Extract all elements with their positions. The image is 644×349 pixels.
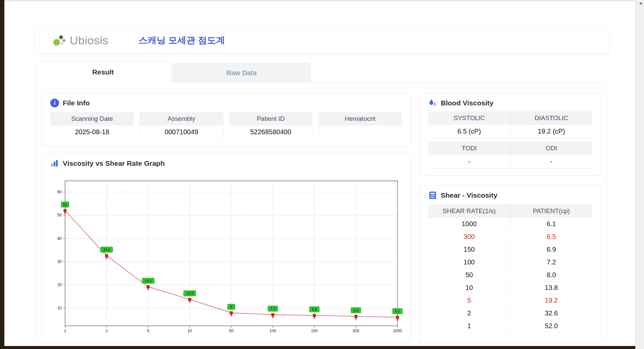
svg-text:19.2: 19.2 <box>145 279 152 283</box>
column-header-patient: PATIENT(cp) <box>511 204 593 218</box>
svg-text:60: 60 <box>57 190 62 194</box>
cell-patient: 13.8 <box>511 282 593 294</box>
bv-value-diastolic: 19.2 (cP) <box>511 125 593 138</box>
field-label: Assembly <box>140 112 223 126</box>
cell-patient: 6.5 <box>511 231 593 243</box>
bv-label-systolic: SYSTOLIC <box>428 111 511 125</box>
cell-shear: 1000 <box>428 218 511 230</box>
bv-value-row: - - <box>428 155 592 168</box>
bv-value-systolic: 6.5 (cP) <box>428 125 511 138</box>
window-edge-bottom <box>0 346 644 349</box>
info-icon: i <box>50 99 59 107</box>
svg-text:100: 100 <box>269 329 276 333</box>
app-header: Ubiosis 스캐닝 모세관 점도계 <box>35 27 610 54</box>
svg-text:30: 30 <box>57 259 62 264</box>
field-label: Scanning Date <box>50 112 134 126</box>
svg-text:1: 1 <box>64 329 66 333</box>
blood-viscosity-grid: SYSTOLIC DIASTOLIC 6.5 (cP) 19.2 (cP) TO… <box>428 111 592 168</box>
svg-text:10: 10 <box>57 306 62 310</box>
tab-result-label: Result <box>92 68 114 76</box>
file-info-title-row: i File Info <box>42 93 411 110</box>
file-info-card: i File Info Scanning Date 2025-08-18 Ass… <box>41 93 411 147</box>
svg-text:40: 40 <box>57 236 62 241</box>
svg-text:10: 10 <box>187 329 192 333</box>
shear-viscosity-table: SHEAR RATE(1/s) PATIENT(cp) 1000 6.1 300… <box>428 204 592 333</box>
cell-shear: 2 <box>428 307 511 319</box>
svg-text:5: 5 <box>147 329 149 333</box>
droplets-icon <box>428 99 437 107</box>
bv-value-row: 6.5 (cP) 19.2 (cP) <box>428 125 592 138</box>
cell-shear: 50 <box>428 269 511 281</box>
bv-value-odi: - <box>511 155 593 168</box>
svg-text:6.5: 6.5 <box>353 308 358 312</box>
cell-shear: 5 <box>428 294 511 307</box>
bv-label-diastolic: DIASTOLIC <box>511 111 593 125</box>
bv-label-odi: ODI <box>511 142 593 155</box>
field-patient-id: Patient ID 52268580400 <box>229 112 313 139</box>
field-value <box>318 126 402 139</box>
content-panel: i File Info Scanning Date 2025-08-18 Ass… <box>35 82 607 343</box>
bv-header-row: SYSTOLIC DIASTOLIC <box>428 111 592 125</box>
tab-result[interactable]: Result <box>35 61 171 83</box>
field-scanning-date: Scanning Date 2025-08-18 <box>50 112 134 139</box>
svg-text:150: 150 <box>311 329 318 333</box>
cell-patient: 19.2 <box>511 294 593 307</box>
table-row: 2 32.6 <box>428 307 592 320</box>
bv-label-todi: TODI <box>428 142 511 155</box>
table-row: 1 52.0 <box>428 320 592 333</box>
file-info-title: File Info <box>63 99 90 107</box>
svg-text:6.9: 6.9 <box>312 307 317 311</box>
table-row: 10 13.8 <box>428 282 592 294</box>
cell-shear: 100 <box>428 256 511 268</box>
svg-text:1000: 1000 <box>393 329 402 333</box>
svg-text:300: 300 <box>353 329 359 333</box>
table-row-highlighted: 5 19.2 <box>428 294 592 307</box>
cell-patient: 6.1 <box>511 218 593 230</box>
blood-viscosity-title-row: Blood Viscosity <box>420 93 601 110</box>
page-title: 스캐닝 모세관 점도계 <box>139 34 225 46</box>
cell-patient: 6.9 <box>511 243 593 256</box>
field-value: 2025-08-18 <box>50 126 134 139</box>
window-edge-top <box>4 0 644 1</box>
scrollbar-strip[interactable] <box>635 0 644 349</box>
table-header-row: SHEAR RATE(1/s) PATIENT(cp) <box>428 204 592 218</box>
svg-text:50: 50 <box>229 329 234 333</box>
graph-card: Viscosity vs Shear Rate Graph 1020304050… <box>41 153 411 343</box>
bv-spacer <box>428 138 592 142</box>
file-info-fields: Scanning Date 2025-08-18 Assembly 000710… <box>50 112 402 139</box>
cell-patient: 52.0 <box>511 320 593 332</box>
logo-dots-icon <box>52 33 67 48</box>
svg-text:20: 20 <box>57 283 62 287</box>
calculator-icon <box>428 191 437 200</box>
table-row: 1000 6.1 <box>428 218 592 231</box>
cell-shear: 150 <box>428 243 511 256</box>
bv-header-row: TODI ODI <box>428 142 592 155</box>
svg-text:8: 8 <box>230 305 232 309</box>
shear-viscosity-title: Shear - Viscosity <box>441 191 497 199</box>
svg-text:52: 52 <box>63 203 67 207</box>
close-button[interactable]: × <box>639 1 642 6</box>
column-header-shear-rate: SHEAR RATE(1/s) <box>428 204 511 218</box>
viscosity-chart: 102030405060125105010015030010005232.619… <box>42 171 411 341</box>
field-hematocrit: Hematocrit <box>318 112 402 139</box>
tab-raw-data-label: Raw Data <box>226 69 257 77</box>
table-row-highlighted: 300 6.5 <box>428 231 592 243</box>
table-row: 100 7.2 <box>428 256 592 269</box>
svg-text:50: 50 <box>57 213 62 217</box>
field-value: 000710049 <box>140 126 223 139</box>
table-row: 150 6.9 <box>428 243 592 256</box>
bv-value-todi: - <box>428 155 511 168</box>
field-value: 52268580400 <box>229 126 313 139</box>
svg-text:2: 2 <box>106 329 108 333</box>
cell-shear: 10 <box>428 282 511 294</box>
field-label: Patient ID <box>229 112 313 126</box>
shear-viscosity-title-row: Shear - Viscosity <box>420 186 601 202</box>
cell-shear: 300 <box>428 231 511 243</box>
tab-raw-data[interactable]: Raw Data <box>172 63 311 82</box>
svg-text:6.1: 6.1 <box>395 309 400 313</box>
cell-patient: 32.6 <box>511 307 593 319</box>
svg-text:32.6: 32.6 <box>103 248 110 252</box>
svg-text:13.8: 13.8 <box>186 291 193 295</box>
bar-chart-icon <box>50 159 59 168</box>
cell-patient: 7.2 <box>511 256 593 268</box>
